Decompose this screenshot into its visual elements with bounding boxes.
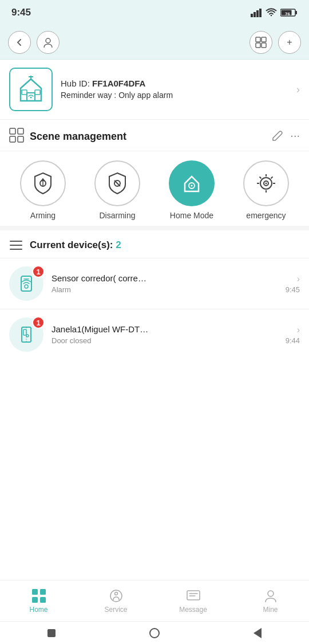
devices-title: Current device(s): 2 [30, 239, 121, 251]
device-time-wrap-1: › 9:45 [286, 274, 300, 294]
hub-id-value: FF1A0F4DFA [92, 78, 145, 88]
status-icons: 76 [251, 8, 298, 17]
svg-point-57 [268, 591, 274, 596]
mine-tab-icon [263, 588, 278, 603]
device-item-1[interactable]: 1 Sensor corredor( corre… Alarm › 9:45 [0, 258, 309, 309]
nav-right: + [249, 31, 301, 54]
device-chevron-2: › [297, 325, 300, 335]
svg-rect-48 [32, 589, 38, 595]
device-icon-wrap-2: 1 [9, 317, 43, 352]
device-name-1: Sensor corredor( corre… [52, 273, 286, 283]
status-time: 9:45 [11, 7, 31, 18]
add-button[interactable]: + [278, 31, 301, 54]
svg-point-28 [191, 185, 193, 187]
scene-btn-home-mode[interactable]: Home Mode [169, 160, 215, 220]
service-tab-label: Service [104, 606, 127, 614]
wifi-icon [266, 8, 277, 17]
list-icon [9, 238, 23, 252]
message-tab-icon [186, 588, 201, 603]
scene-btn-arming[interactable]: Arming [20, 160, 66, 220]
android-back-button[interactable] [251, 626, 264, 640]
android-nav-bar [0, 621, 309, 644]
device-info-2: Janela1(Miguel WF-DT… Door closed [52, 324, 286, 345]
arming-label: Arming [30, 211, 56, 220]
layout-button[interactable] [249, 31, 272, 54]
svg-rect-12 [262, 43, 266, 48]
service-tab-icon [109, 588, 124, 603]
svg-rect-14 [22, 90, 27, 95]
device-badge-1: 1 [32, 265, 45, 278]
hub-reminder-label: Reminder way : [61, 91, 116, 100]
hub-reminder-row: Reminder way : Only app alarm [61, 91, 292, 100]
home-tab-label: Home [29, 606, 47, 614]
tab-service[interactable]: Service [93, 588, 139, 614]
svg-rect-45 [23, 329, 26, 335]
svg-rect-21 [10, 136, 15, 142]
svg-point-53 [114, 592, 117, 595]
scene-btn-disarming[interactable]: Disarming [94, 160, 140, 220]
hub-card[interactable]: Hub ID: FF1A0F4DFA Reminder way : Only a… [0, 60, 309, 120]
svg-rect-11 [256, 43, 260, 48]
svg-rect-19 [10, 128, 15, 134]
svg-line-35 [271, 177, 273, 179]
battery-icon: 76 [280, 8, 298, 17]
tab-home[interactable]: Home [16, 588, 62, 614]
svg-point-42 [25, 285, 28, 288]
hub-reminder-value: Only app alarm [118, 91, 173, 100]
device-time-wrap-2: › 9:44 [286, 325, 300, 345]
android-square-button[interactable] [45, 626, 58, 640]
door-sensor-icon [17, 325, 36, 344]
device-badge-2: 1 [32, 316, 45, 329]
scene-buttons: Arming Disarming Home Mode [0, 151, 309, 230]
profile-button[interactable] [37, 31, 60, 54]
scene-edit-button[interactable] [271, 129, 283, 144]
home-mode-label: Home Mode [170, 211, 213, 220]
svg-point-46 [26, 335, 29, 337]
device-icon-wrap-1: 1 [9, 266, 43, 301]
hub-house-icon [16, 74, 46, 104]
svg-rect-15 [35, 90, 40, 95]
back-button[interactable] [8, 31, 31, 54]
scene-title-wrap: Scene management [9, 128, 126, 145]
emergency-circle [243, 160, 289, 206]
svg-rect-2 [256, 10, 259, 17]
hub-id-row: Hub ID: FF1A0F4DFA [61, 78, 292, 88]
device-status-1: Alarm [52, 285, 286, 294]
svg-rect-20 [18, 128, 23, 134]
disarming-label: Disarming [99, 211, 135, 220]
device-item-2[interactable]: 1 Janela1(Miguel WF-DT… Door closed › 9:… [0, 309, 309, 360]
tab-mine[interactable]: Mine [248, 588, 294, 614]
android-home-button[interactable] [148, 626, 161, 640]
svg-rect-5 [295, 11, 297, 14]
sensor-icon [17, 274, 36, 293]
svg-rect-22 [18, 136, 23, 142]
scene-management-title: Scene management [30, 131, 126, 143]
svg-rect-54 [187, 591, 200, 600]
scene-more-button[interactable]: ··· [290, 129, 300, 144]
device-name-2: Janela1(Miguel WF-DT… [52, 324, 286, 334]
status-bar: 9:45 76 [0, 0, 309, 25]
emergency-label: emergency [246, 211, 286, 220]
device-time-1: 9:45 [286, 285, 300, 294]
svg-rect-0 [251, 14, 253, 17]
hub-chevron-icon: › [296, 84, 300, 96]
device-list: 1 Sensor corredor( corre… Alarm › 9:45 1 [0, 258, 309, 360]
device-time-2: 9:44 [286, 336, 300, 345]
grid-icon [9, 128, 24, 145]
arming-circle [20, 160, 66, 206]
hub-info: Hub ID: FF1A0F4DFA Reminder way : Only a… [61, 78, 292, 101]
svg-rect-9 [256, 37, 260, 42]
svg-rect-3 [259, 9, 262, 17]
disarming-circle [94, 160, 140, 206]
svg-rect-41 [21, 276, 31, 291]
svg-rect-51 [40, 597, 46, 603]
svg-point-37 [266, 183, 267, 184]
scene-actions: ··· [271, 129, 300, 144]
svg-rect-50 [32, 597, 38, 603]
hub-id-label: Hub ID: [61, 78, 90, 88]
scene-btn-emergency[interactable]: emergency [243, 160, 289, 220]
signal-icon [251, 8, 262, 17]
home-mode-circle [169, 160, 215, 206]
tab-message[interactable]: Message [171, 588, 216, 614]
svg-line-34 [260, 177, 262, 179]
